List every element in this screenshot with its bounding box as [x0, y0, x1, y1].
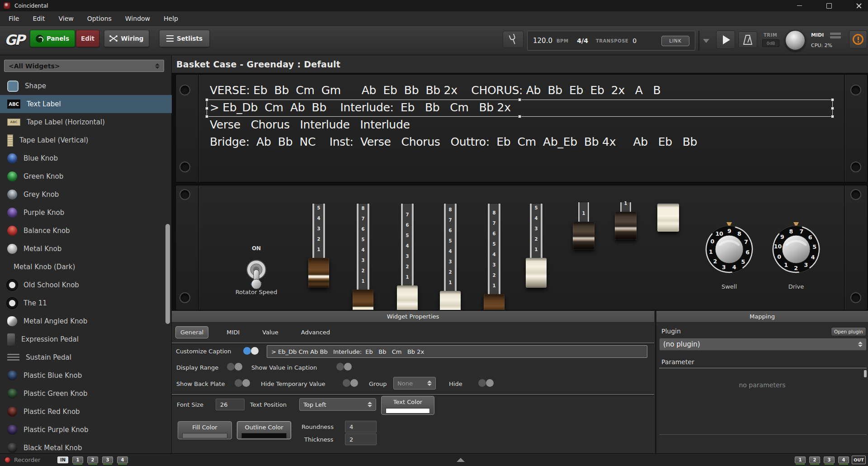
sidebar-item-expression-pedal[interactable]: Expression Pedal	[0, 330, 172, 348]
plugin-dropdown[interactable]: (no plugin)	[659, 338, 867, 351]
text-label-widget[interactable]: Bridge: Ab Bb NC Inst: Verse Chorus Outt…	[210, 135, 697, 148]
roundness-input[interactable]: 4	[345, 421, 377, 433]
text-color-button[interactable]: Text Color	[381, 396, 434, 415]
menu-item-help[interactable]: Help	[157, 11, 185, 25]
widget-filter-dropdown[interactable]: <All Widgets>	[4, 60, 164, 72]
setlists-view-button[interactable]: Setlists	[159, 30, 210, 47]
panels-view-button[interactable]: Panels	[30, 30, 75, 47]
sidebar-item-the-11[interactable]: The 11	[0, 294, 172, 312]
sidebar-item-metal-knob-dark[interactable]: Metal Knob (Dark)	[0, 258, 172, 276]
text-position-dropdown[interactable]: Top Left	[299, 398, 376, 411]
expand-arrow-icon[interactable]	[457, 458, 465, 462]
sidebar-item-blue-knob[interactable]: Blue Knob	[0, 149, 172, 167]
fill-color-button[interactable]: Fill Color	[178, 421, 232, 439]
sidebar-item-tape-label-vertical[interactable]: Tape Label (Vertical)	[0, 131, 172, 149]
tuner-button[interactable]	[503, 31, 524, 48]
sidebar-item-sustain-pedal[interactable]: Sustain Pedal	[0, 348, 172, 366]
menu-item-view[interactable]: View	[52, 11, 80, 25]
drawbar-handle[interactable]	[526, 258, 547, 288]
sidebar-item-plastic-red-knob[interactable]: Plastic Red Knob	[0, 403, 172, 421]
selection-handle[interactable]	[831, 98, 834, 101]
metronome-button[interactable]	[738, 31, 757, 48]
sidebar-scrollbar[interactable]	[165, 224, 170, 324]
sidebar-item-balance-knob[interactable]: Balance Knob	[0, 222, 172, 240]
drawbar-handle[interactable]	[484, 294, 505, 310]
drawbar-handle[interactable]	[440, 291, 461, 310]
menu-item-options[interactable]: Options	[80, 11, 118, 25]
sidebar-item-label: Tape Label (Horizontal)	[27, 118, 105, 126]
link-button[interactable]: LINK	[661, 36, 689, 46]
record-icon[interactable]	[5, 457, 10, 463]
wiring-view-button[interactable]: Wiring	[104, 30, 149, 47]
time-signature[interactable]: 4/4	[577, 37, 588, 44]
hide-toggle[interactable]	[478, 379, 495, 387]
thickness-input[interactable]: 2	[345, 433, 377, 445]
tempo-display[interactable]: 120.0 BPM 4/4 TRANSPOSE 0 LINK	[527, 31, 695, 51]
sidebar-item-black-metal-knob[interactable]: Black Metal Knob	[0, 439, 172, 453]
customize-caption-toggle[interactable]	[243, 347, 259, 355]
show-value-in-caption-toggle[interactable]	[336, 363, 353, 371]
menu-item-edit[interactable]: Edit	[26, 11, 52, 25]
font-size-input[interactable]: 26	[216, 399, 245, 410]
minimize-icon[interactable]	[790, 0, 808, 11]
sidebar-item-shape[interactable]: Shape	[0, 77, 172, 95]
show-back-plate-toggle[interactable]	[235, 379, 251, 387]
selection-handle[interactable]	[518, 98, 521, 101]
bpm-value[interactable]: 120.0	[533, 37, 552, 45]
drawbar-handle[interactable]	[615, 212, 637, 240]
sidebar-item-old-school-knob[interactable]: Old School Knob	[0, 276, 172, 294]
drawbar-handle[interactable]	[353, 290, 373, 310]
drawbar-handle[interactable]	[657, 204, 679, 232]
tab-advanced[interactable]: Advanced	[297, 327, 335, 338]
selection-handle[interactable]	[205, 98, 208, 101]
text-label-widget[interactable]: > Eb_Db Cm Ab Bb Interlude: Eb Bb Cm Bb …	[210, 101, 511, 114]
plugin-value: (no plugin)	[663, 340, 700, 348]
play-button[interactable]	[716, 30, 735, 49]
sidebar-item-plastic-blue-knob[interactable]: Plastic Blue Knob	[0, 366, 172, 385]
edit-mode-button[interactable]: Edit	[76, 30, 99, 47]
sidebar-item-purple-knob[interactable]: Purple Knob	[0, 204, 172, 222]
close-icon[interactable]	[850, 0, 868, 11]
midi-channel-badge: 4	[117, 456, 128, 463]
sidebar-item-metal-angled-knob[interactable]: Metal Angled Knob	[0, 312, 172, 330]
open-plugin-button[interactable]: Open plugin	[831, 327, 866, 336]
selection-handle[interactable]	[518, 115, 521, 118]
drawbar-handle[interactable]	[397, 285, 418, 310]
menu-item-file[interactable]: File	[2, 11, 26, 25]
selection-handle[interactable]	[205, 107, 208, 110]
maximize-icon[interactable]	[820, 0, 838, 11]
swell-knob[interactable]: 010987654321	[701, 221, 758, 278]
sidebar-item-text-label[interactable]: ABCText Label	[0, 95, 172, 113]
parameter-scrollbar[interactable]	[864, 370, 867, 377]
tab-general[interactable]: General	[175, 326, 208, 338]
caption-input[interactable]: > Eb_Db Cm Ab Bb Interlude: Eb Bb Cm Bb …	[267, 345, 647, 358]
outline-color-button[interactable]: Outline Color	[237, 421, 291, 439]
drive-knob[interactable]: 010987654321	[768, 221, 825, 278]
fill-color-label: Fill Color	[192, 424, 217, 431]
sidebar-item-plastic-green-knob[interactable]: Plastic Green Knob	[0, 385, 172, 403]
drawbar-handle[interactable]	[308, 258, 329, 288]
recorder-label[interactable]: Recorder	[14, 456, 40, 463]
selection-handle[interactable]	[831, 115, 834, 118]
midi-activity-icon	[830, 36, 841, 38]
tab-value[interactable]: Value	[258, 327, 283, 338]
selection-handle[interactable]	[205, 115, 208, 118]
sidebar-item-green-knob[interactable]: Green Knob	[0, 167, 172, 185]
display-range-toggle[interactable]	[227, 363, 243, 371]
tab-midi[interactable]: MIDI	[222, 327, 244, 338]
transpose-value[interactable]: 0	[632, 37, 637, 44]
selection-handle[interactable]	[831, 107, 834, 110]
text-label-widget[interactable]: VERSE: Eb Bb Cm Gm Ab Eb Bb Bb 2x CHORUS…	[210, 84, 660, 97]
sidebar-item-plastic-purple-knob[interactable]: Plastic Purple Knob	[0, 421, 172, 439]
sidebar-item-grey-knob[interactable]: Grey Knob	[0, 185, 172, 204]
panic-button[interactable]	[849, 30, 867, 48]
hide-temporary-value-toggle[interactable]	[343, 379, 359, 387]
sidebar-item-metal-knob[interactable]: Metal Knob	[0, 240, 172, 258]
sidebar-item-tape-label-horizontal[interactable]: ABCTape Label (Horizontal)	[0, 113, 172, 131]
tempo-dropdown-arrow-icon[interactable]	[698, 31, 713, 51]
master-volume-knob[interactable]	[785, 30, 806, 51]
drawbar-handle[interactable]	[573, 222, 594, 250]
text-label-widget[interactable]: Verse Chorus Interlude Interlude	[210, 118, 410, 131]
group-dropdown[interactable]: None	[393, 377, 436, 390]
menu-item-window[interactable]: Window	[118, 11, 157, 25]
